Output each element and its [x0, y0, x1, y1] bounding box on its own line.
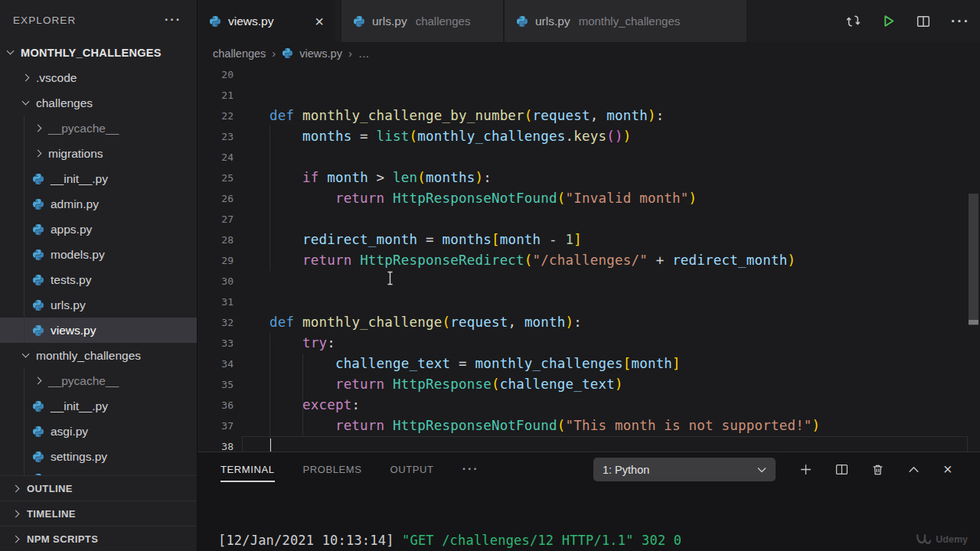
tree-item-models-py[interactable]: models.py [0, 242, 197, 267]
line-number: 24 [198, 147, 234, 168]
close-icon[interactable]: × [312, 14, 326, 29]
tree-item-monthly-challenges[interactable]: monthly_challenges [0, 343, 197, 368]
tree-item-label: views.py [51, 324, 96, 337]
tree-item--vscode[interactable]: .vscode [0, 65, 197, 90]
terminal-output[interactable]: [12/Jan/2021 10:13:14] "GET /challenges/… [218, 500, 737, 551]
tree-item-asgi-py[interactable]: asgi.py [0, 419, 197, 444]
explorer-more-icon[interactable]: ··· [165, 13, 181, 27]
section-label: TIMELINE [27, 508, 76, 520]
code-line-26[interactable]: 26 return HttpResponseNotFound("Invalid … [198, 188, 980, 209]
tree-item-label: monthly_challenges [36, 349, 141, 363]
code-line-27[interactable]: 27 [198, 209, 980, 230]
code-token: len [393, 170, 417, 185]
tree-item--init-py[interactable]: __init__.py [0, 393, 197, 419]
code-editor[interactable]: 202122def monthly_challenge_by_number(re… [198, 64, 980, 452]
code-line-38[interactable]: 38 [198, 436, 980, 452]
code-token: "This month is not supported!" [566, 418, 812, 433]
tree-item-label: migrations [48, 147, 103, 161]
tree-item-urls-py[interactable]: urls.py [0, 292, 197, 318]
code-line-31[interactable]: 31 [198, 292, 980, 312]
code-line-20[interactable]: 20 [198, 64, 980, 85]
code-line-32[interactable]: 32def monthly_challenge(request, month): [198, 312, 980, 333]
tree-item-apps-py[interactable]: apps.py [0, 217, 197, 242]
tree-item-challenges[interactable]: challenges [0, 90, 197, 116]
tree-item-admin-py[interactable]: admin.py [0, 191, 197, 217]
code-token: monthly_challenges [417, 129, 565, 144]
tree-item-settings-py[interactable]: settings.py [0, 444, 197, 469]
panel-more-icon[interactable]: ··· [462, 462, 479, 476]
line-number: 38 [198, 436, 234, 452]
editor-tab-strip: views.py × urls.py challenges urls.py mo… [198, 0, 980, 42]
code-token: def [270, 108, 294, 123]
code-line-24[interactable]: 24 [198, 147, 980, 168]
code-line-text: challenge_text = monthly_challenges[mont… [270, 354, 681, 374]
line-number: 29 [198, 250, 234, 271]
code-token: ( [492, 377, 500, 392]
tab-views-py[interactable]: views.py × [198, 0, 335, 42]
line-number: 32 [198, 312, 234, 333]
kill-terminal-icon[interactable] [871, 463, 884, 476]
code-token: months [302, 129, 351, 144]
code-line-37[interactable]: 37 return HttpResponseNotFound("This mon… [198, 416, 980, 436]
code-token [384, 418, 393, 433]
tab-problems[interactable]: PROBLEMS [303, 464, 362, 475]
more-actions-icon[interactable]: ··· [951, 13, 970, 30]
indent-guide [270, 126, 270, 271]
tab-output[interactable]: OUTPUT [390, 464, 434, 475]
section-outline[interactable]: OUTLINE [0, 475, 197, 500]
tree-item-migrations[interactable]: migrations [0, 141, 197, 166]
panel-tabs: TERMINAL PROBLEMS OUTPUT ··· [220, 452, 479, 486]
code-token: challenge_text [335, 356, 450, 371]
tree-item--pycache-[interactable]: __pycache__ [0, 368, 197, 393]
new-terminal-icon[interactable] [799, 463, 812, 476]
tree-item--init-py[interactable]: __init__.py [0, 166, 197, 191]
split-terminal-icon[interactable] [835, 463, 848, 476]
code-line-23[interactable]: 23 months = list(monthly_challenges.keys… [198, 126, 980, 147]
editor-scrollbar-thumb[interactable] [969, 194, 978, 325]
code-token [270, 129, 302, 144]
tree-item--pycache-[interactable]: __pycache__ [0, 116, 197, 141]
code-token [270, 191, 335, 206]
code-token: return [335, 418, 384, 433]
code-line-30[interactable]: 30 [198, 271, 980, 292]
code-line-33[interactable]: 33 try: [198, 333, 980, 354]
tab-urls-py-monthly-challenges[interactable]: urls.py monthly_challenges [504, 0, 747, 42]
split-editor-icon[interactable] [916, 15, 930, 28]
code-line-29[interactable]: 29 return HttpResponseRedirect("/challen… [198, 250, 980, 271]
tab-terminal[interactable]: TERMINAL [220, 464, 275, 475]
open-changes-icon[interactable] [846, 14, 861, 28]
maximize-panel-icon[interactable] [907, 463, 920, 476]
breadcrumb-item-views-py[interactable]: views.py [299, 47, 342, 60]
run-python-file-icon[interactable] [881, 14, 896, 28]
code-line-34[interactable]: 34 challenge_text = monthly_challenges[m… [198, 354, 980, 374]
breadcrumb-item-challenges[interactable]: challenges [213, 47, 266, 60]
chevron-down-icon [7, 47, 15, 55]
section-timeline[interactable]: TIMELINE [0, 500, 197, 526]
watermark-label: Udemy [936, 534, 968, 545]
line-number: 35 [198, 374, 234, 395]
terminal-selector-dropdown[interactable]: 1: Python [593, 458, 776, 481]
tree-item-views-py[interactable]: views.py [0, 318, 197, 343]
section-npm-scripts[interactable]: NPM SCRIPTS [0, 526, 197, 551]
code-lines: 202122def monthly_challenge_by_number(re… [198, 64, 980, 452]
tree-item-monthly-challenges[interactable]: MONTHLY_CHALLENGES [0, 40, 197, 65]
code-line-21[interactable]: 21 [198, 85, 980, 106]
code-token [384, 377, 393, 392]
code-token: months [442, 232, 491, 247]
tree-item-label: apps.py [51, 223, 92, 236]
tree-item-tests-py[interactable]: tests.py [0, 267, 197, 292]
section-label: NPM SCRIPTS [27, 533, 98, 545]
line-number: 37 [198, 416, 234, 436]
tab-urls-py-challenges[interactable]: urls.py challenges [341, 0, 504, 42]
breadcrumb-item-symbol[interactable]: … [358, 47, 370, 60]
close-panel-icon[interactable]: × [943, 461, 952, 477]
code-line-36[interactable]: 36 except: [198, 395, 980, 416]
tree-item-label: urls.py [51, 298, 86, 312]
code-line-22[interactable]: 22def monthly_challenge_by_number(reques… [198, 106, 980, 126]
code-line-28[interactable]: 28 redirect_month = months[month - 1] [198, 230, 980, 250]
code-line-35[interactable]: 35 return HttpResponse(challenge_text) [198, 374, 980, 395]
chevron-separator: › [348, 47, 352, 60]
code-token: months [426, 170, 475, 185]
code-line-25[interactable]: 25 if month > len(months): [198, 168, 980, 188]
python-file-icon [209, 15, 221, 28]
